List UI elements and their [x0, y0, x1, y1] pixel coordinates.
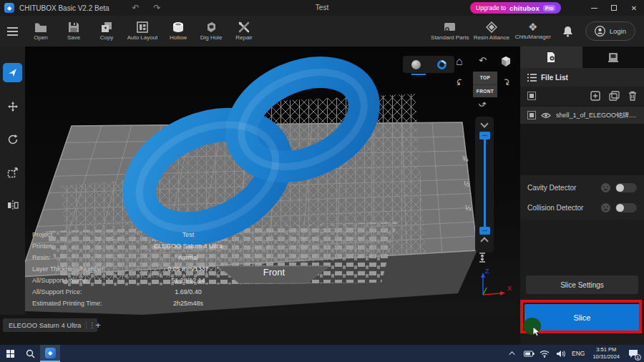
- solid-view-button[interactable]: [403, 56, 429, 73]
- move-tool-button[interactable]: [3, 97, 22, 116]
- minimize-icon: [591, 8, 597, 9]
- volume-indicator[interactable]: [554, 345, 567, 362]
- repair-button[interactable]: Repair: [228, 16, 260, 47]
- menu-button[interactable]: [0, 16, 24, 47]
- active-view-underline: [411, 74, 426, 75]
- auto-layout-button[interactable]: Auto Layout: [123, 16, 162, 47]
- rotate-icon: [7, 134, 19, 145]
- axis-indicator: X Z: [481, 268, 512, 295]
- file-list-item[interactable]: shell_1_of_ELEGOO铭牌....: [520, 107, 644, 124]
- file-item-checkbox[interactable]: [527, 111, 536, 119]
- close-button[interactable]: ✕: [624, 0, 644, 16]
- hollow-button[interactable]: Hollow: [162, 16, 195, 47]
- notification-center-button[interactable]: 1: [625, 345, 641, 362]
- chitumanager-button[interactable]: ❖ ChituManager: [512, 16, 554, 47]
- transparent-view-button[interactable]: [429, 56, 454, 73]
- copy-button[interactable]: Copy: [90, 16, 123, 47]
- rotate-down-button[interactable]: ↶: [479, 99, 487, 108]
- perspective-cube-button[interactable]: [500, 56, 512, 70]
- slice-button[interactable]: Slice: [525, 304, 640, 331]
- axis-x-label: X: [507, 285, 512, 292]
- collision-detector-row: Collision Detector: [520, 198, 644, 217]
- undo-icon[interactable]: ↶: [125, 3, 147, 13]
- rotate-up-button[interactable]: ↶: [479, 56, 487, 65]
- dig-hole-button[interactable]: Dig Hole: [195, 16, 228, 47]
- transparent-ring-icon: [435, 58, 448, 71]
- visibility-eye-icon[interactable]: [541, 112, 551, 119]
- layer-slider-range[interactable]: [484, 135, 486, 231]
- save-button[interactable]: Save: [57, 16, 90, 47]
- battery-icon: [524, 351, 535, 357]
- tab-file-info[interactable]: [520, 47, 582, 68]
- select-all-checkbox[interactable]: [527, 92, 536, 100]
- app-title: CHITUBOX Basic V2.2 Beta: [19, 4, 109, 12]
- taskbar-search-button[interactable]: [20, 345, 40, 362]
- cube-icon: [500, 56, 512, 67]
- home-view-button[interactable]: ⌂: [456, 56, 463, 67]
- rotate-tool-button[interactable]: [3, 129, 22, 149]
- add-printer-tab-button[interactable]: +: [92, 318, 104, 332]
- slider-fraction-1-4: ¼: [465, 205, 471, 212]
- wifi-icon: [540, 350, 550, 358]
- left-tool-sidebar: [0, 47, 25, 315]
- add-file-icon[interactable]: [590, 91, 600, 101]
- cursor-icon: [7, 67, 18, 78]
- language-indicator[interactable]: ENG: [570, 350, 587, 357]
- info-label: All/Support Price:: [32, 288, 117, 298]
- info-label: Estimated Printing Time:: [32, 300, 117, 310]
- login-button[interactable]: Login: [585, 21, 635, 41]
- network-indicator[interactable]: [538, 345, 551, 362]
- battery-indicator[interactable]: [522, 345, 535, 362]
- info-label: Printer:: [32, 243, 117, 253]
- slider-handle-bottom[interactable]: [479, 227, 490, 235]
- minimize-button[interactable]: [584, 0, 604, 16]
- view-cube: TOP FRONT: [473, 72, 497, 97]
- view-top-button[interactable]: TOP: [473, 72, 497, 85]
- restore-button[interactable]: [604, 0, 624, 16]
- z-compress-button[interactable]: [477, 252, 488, 266]
- cavity-info-icon[interactable]: [601, 183, 610, 192]
- upgrade-label: Upgrade to: [476, 4, 506, 11]
- start-button[interactable]: [0, 345, 20, 362]
- cavity-detector-toggle[interactable]: [615, 183, 637, 192]
- axis-z-label: Z: [485, 268, 489, 275]
- standard-parts-button[interactable]: Standard Parts: [429, 16, 471, 47]
- viewport-3d[interactable]: X Z ⌂ ↶ ↶ TOP FRONT ↷ ↶ ¾ ½ ¼: [25, 47, 520, 315]
- upgrade-to-pro-button[interactable]: Upgrade to chitubox Pro: [470, 2, 561, 14]
- slice-settings-button[interactable]: Slice Settings: [526, 275, 638, 294]
- collision-detector-toggle[interactable]: [615, 203, 637, 212]
- slider-handle-top[interactable]: [479, 132, 490, 140]
- chitubox-taskbar-icon: ◆: [45, 348, 56, 358]
- printer-tab[interactable]: ELEGOO Saturn 4 Ultra ⋮: [3, 318, 97, 332]
- file-item-name: shell_1_of_ELEGOO铭牌....: [556, 111, 636, 120]
- collision-info-icon[interactable]: [601, 203, 610, 212]
- select-tool-button[interactable]: [3, 63, 22, 82]
- tray-expand-button[interactable]: [507, 345, 519, 362]
- open-button[interactable]: Open: [24, 16, 57, 47]
- printer-tab-bar: ELEGOO Saturn 4 Ultra ⋮ +: [0, 315, 520, 345]
- right-panel-tabs: [520, 47, 644, 68]
- tab-printer[interactable]: [582, 47, 644, 68]
- taskbar-chitubox-app[interactable]: ◆: [40, 345, 60, 362]
- auto-layout-icon: [137, 21, 148, 33]
- redo-icon[interactable]: ↷: [147, 3, 168, 13]
- chitumanager-icon: ❖: [528, 22, 537, 32]
- slider-fraction-1-2: ½: [464, 180, 469, 188]
- mirror-tool-button[interactable]: [3, 195, 22, 215]
- resin-alliance-button[interactable]: Resin Alliance: [471, 16, 512, 47]
- scale-tool-button[interactable]: [3, 162, 22, 182]
- clock-date: 10/31/2024: [592, 353, 620, 361]
- info-label: Project:: [32, 231, 117, 241]
- taskbar-clock[interactable]: 3:51 PM 10/31/2024: [590, 346, 623, 361]
- repair-tools-icon: [238, 21, 250, 33]
- view-front-button[interactable]: FRONT: [473, 85, 497, 98]
- restore-icon: [611, 5, 617, 11]
- bell-icon: [562, 26, 573, 37]
- notifications-button[interactable]: [554, 16, 582, 47]
- info-label: Resin:: [32, 254, 117, 264]
- file-list-toolbar: [520, 87, 644, 105]
- delete-file-icon[interactable]: [628, 91, 637, 101]
- hollow-cylinder-icon: [172, 21, 185, 33]
- dig-hole-icon: [205, 21, 217, 33]
- duplicate-file-icon[interactable]: [609, 91, 620, 101]
